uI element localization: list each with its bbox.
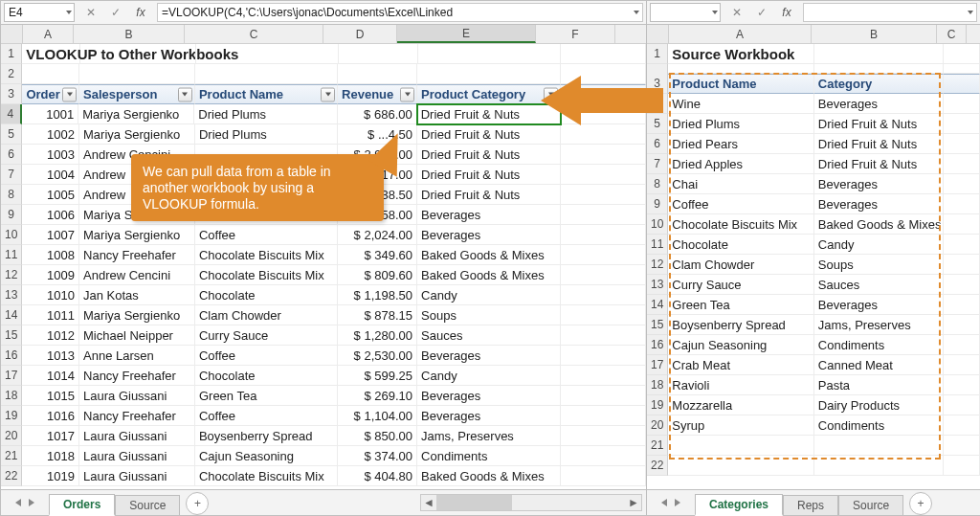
cell-category[interactable]: Soups xyxy=(417,305,561,325)
select-all-corner[interactable] xyxy=(1,25,23,43)
row-header[interactable]: 21 xyxy=(1,446,22,466)
cell-order[interactable]: 1017 xyxy=(22,426,79,446)
row-header[interactable]: 15 xyxy=(1,325,22,346)
cell-salesperson[interactable]: Michael Neipper xyxy=(79,325,195,346)
cell-product[interactable]: Syrup xyxy=(668,415,814,436)
cell-salesperson[interactable]: Anne Larsen xyxy=(79,346,195,366)
cell-category[interactable] xyxy=(814,436,944,456)
row-header[interactable]: 17 xyxy=(647,355,668,375)
cell-category[interactable]: Baked Goods & Mixes xyxy=(417,466,561,486)
cell-order[interactable]: 1014 xyxy=(22,366,79,386)
cell-revenue[interactable]: $ 850.00 xyxy=(338,426,417,446)
cell-category[interactable]: Sauces xyxy=(417,325,561,346)
cell-revenue[interactable]: $ 809.60 xyxy=(338,265,417,285)
cell-salesperson[interactable]: Mariya Sergienko xyxy=(79,305,195,325)
cell-category[interactable]: Sauces xyxy=(814,275,944,295)
row-header[interactable]: 6 xyxy=(647,134,668,154)
cell-order[interactable]: 1005 xyxy=(22,185,79,205)
cell-product[interactable]: Chocolate xyxy=(668,235,814,255)
cell-product[interactable]: Chocolate xyxy=(195,366,338,386)
cell-product[interactable]: Dried Apples xyxy=(668,154,814,174)
cell-category[interactable]: Candy xyxy=(814,235,944,255)
th-product[interactable]: Product Name xyxy=(195,84,338,104)
row-header[interactable]: 22 xyxy=(647,456,668,476)
cell-category[interactable]: Beverages xyxy=(814,194,944,214)
cell-revenue[interactable]: $ 374.00 xyxy=(338,446,417,466)
dropdown-icon[interactable] xyxy=(66,11,72,14)
cell-order[interactable]: 1008 xyxy=(22,245,79,265)
cell-category[interactable]: Baked Goods & Mixes xyxy=(417,265,561,285)
row-header[interactable]: 9 xyxy=(647,194,668,214)
cell-order[interactable]: 1016 xyxy=(22,406,79,426)
row-header[interactable]: 13 xyxy=(1,285,22,305)
cancel-icon[interactable]: ✕ xyxy=(82,4,100,21)
cell-order[interactable]: 1019 xyxy=(22,466,79,486)
sheet-tab-reps[interactable]: Reps xyxy=(783,495,838,515)
expand-icon[interactable] xyxy=(968,11,973,14)
cell-category[interactable]: Dried Fruit & Nuts xyxy=(417,185,561,205)
col-header-b[interactable]: B xyxy=(812,25,937,43)
horizontal-scrollbar[interactable]: ◄ ► xyxy=(420,494,642,511)
filter-icon[interactable] xyxy=(62,87,77,101)
cell-order[interactable]: 1007 xyxy=(22,225,79,245)
row-header[interactable]: 21 xyxy=(647,436,668,456)
cell-product[interactable]: Clam Chowder xyxy=(668,255,814,275)
nav-prev-icon[interactable] xyxy=(15,499,21,506)
col-header-c[interactable]: C xyxy=(937,25,967,43)
dropdown-icon[interactable] xyxy=(712,11,718,14)
cell-category[interactable]: Condiments xyxy=(417,446,561,466)
th-order[interactable]: Order xyxy=(22,84,79,104)
cell-category[interactable]: Dried Fruit & Nuts xyxy=(417,104,561,124)
cell-revenue[interactable]: $ 404.80 xyxy=(338,466,417,486)
cell-product[interactable]: Coffee xyxy=(195,346,338,366)
cell-product[interactable]: Cajun Seasoning xyxy=(195,446,338,466)
cell-salesperson[interactable]: Mariya Sergienko xyxy=(78,104,194,124)
cell-category[interactable]: Condiments xyxy=(814,415,944,436)
cell-revenue[interactable]: $ 2,530.00 xyxy=(338,346,417,366)
row-header[interactable]: 18 xyxy=(647,375,668,395)
cell-product[interactable]: Coffee xyxy=(195,406,338,426)
cell-product[interactable]: Curry Sauce xyxy=(195,325,338,346)
cell-product[interactable]: Boysenberry Spread xyxy=(668,315,814,335)
cell-salesperson[interactable]: Jan Kotas xyxy=(79,285,195,305)
cell-category[interactable]: Baked Goods & Mixes xyxy=(814,214,944,235)
cell-product[interactable] xyxy=(668,456,814,476)
title-cell[interactable]: VLOOKUP to Other Workbooks xyxy=(22,44,80,64)
cell-product[interactable]: Coffee xyxy=(668,194,814,214)
cell-order[interactable]: 1018 xyxy=(22,446,79,466)
cell-order[interactable]: 1013 xyxy=(22,346,79,366)
select-all-corner[interactable] xyxy=(647,25,669,43)
cell-salesperson[interactable]: Laura Giussani xyxy=(79,426,195,446)
cell-category[interactable]: Dried Fruit & Nuts xyxy=(417,165,561,185)
row-header[interactable]: 7 xyxy=(1,165,22,185)
scroll-left-icon[interactable]: ◄ xyxy=(421,495,436,510)
cell-order[interactable]: 1003 xyxy=(22,145,79,165)
cell-category[interactable]: Condiments xyxy=(814,335,944,355)
cell-category[interactable]: Candy xyxy=(417,285,561,305)
col-header-b[interactable]: B xyxy=(74,25,185,43)
filter-icon[interactable] xyxy=(321,87,335,101)
row-header[interactable]: 6 xyxy=(1,145,22,165)
cell-product[interactable]: Chocolate Biscuits Mix xyxy=(195,466,338,486)
sheet-tab-orders[interactable]: Orders xyxy=(49,494,115,516)
cell-category[interactable]: Dried Fruit & Nuts xyxy=(814,154,944,174)
cell-product[interactable]: Dried Plums xyxy=(194,104,337,124)
cell-category[interactable]: Dairy Products xyxy=(814,395,944,415)
cell-category[interactable]: Soups xyxy=(814,255,944,275)
row-header[interactable]: 9 xyxy=(1,205,22,225)
cell-order[interactable]: 1012 xyxy=(22,325,79,346)
col-header-a[interactable]: A xyxy=(23,25,74,43)
col-header-f[interactable]: F xyxy=(536,25,615,43)
cell-revenue[interactable]: $ 599.25 xyxy=(338,366,417,386)
row-header[interactable]: 16 xyxy=(647,335,668,355)
cell-category[interactable]: Beverages xyxy=(417,386,561,406)
cell-order[interactable]: 1011 xyxy=(22,305,79,325)
cell-category[interactable]: Dried Fruit & Nuts xyxy=(814,114,944,134)
cell-product[interactable]: Curry Sauce xyxy=(668,275,814,295)
row-header[interactable]: 14 xyxy=(647,295,668,315)
cell-salesperson[interactable]: Laura Giussani xyxy=(79,466,195,486)
th-product[interactable]: Product Name xyxy=(668,74,814,94)
add-sheet-button[interactable]: + xyxy=(909,492,932,515)
cell-revenue[interactable]: $ 686.00 xyxy=(338,104,417,124)
row-header[interactable]: 5 xyxy=(1,124,22,145)
